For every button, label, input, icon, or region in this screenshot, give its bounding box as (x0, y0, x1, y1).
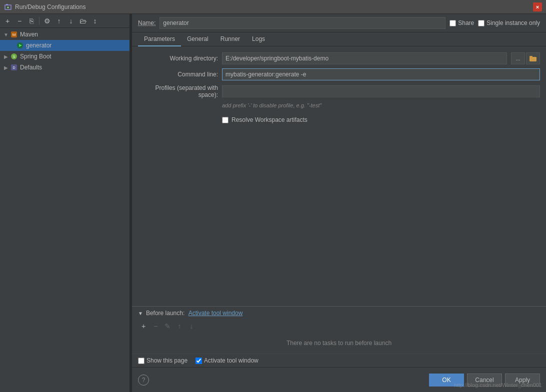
expand-spring-icon: ▶ (2, 52, 10, 60)
sort-button[interactable]: ↕ (90, 15, 100, 26)
svg-text:D: D (12, 66, 15, 69)
tab-runner[interactable]: Runner (214, 32, 246, 46)
dir-ellipsis-button[interactable]: ... (511, 52, 525, 64)
remove-config-button[interactable]: − (14, 15, 25, 26)
generator-run-icon (16, 41, 24, 49)
resolve-row: Resolve Workspace artifacts (222, 116, 540, 123)
share-group: Share (450, 19, 474, 26)
help-button[interactable]: ? (138, 375, 149, 386)
close-button[interactable]: × (533, 2, 542, 11)
before-launch-title: Before launch: Activate tool window (146, 310, 242, 317)
defaults-label: Defaults (20, 64, 42, 71)
folder-button[interactable]: 🗁 (78, 15, 88, 26)
command-line-row: Command line: (138, 68, 540, 80)
defaults-icon: D (10, 63, 18, 71)
spring-boot-label: Spring Boot (20, 53, 52, 60)
profiles-label: Profiles (separated with space): (138, 84, 218, 98)
before-launch-content: There are no tasks to run before launch (132, 333, 546, 354)
show-page-label[interactable]: Show this page (146, 357, 188, 364)
bottom-bar: ? OK Cancel Apply (132, 367, 546, 392)
no-tasks-text: There are no tasks to run before launch (138, 335, 540, 352)
copy-config-button[interactable]: ⎘ (26, 15, 37, 26)
bl-up-button[interactable]: ↑ (174, 321, 185, 332)
show-page-checkbox[interactable] (138, 358, 144, 364)
resolve-label[interactable]: Resolve Workspace artifacts (232, 116, 308, 123)
tab-logs[interactable]: Logs (246, 32, 271, 46)
settings-button[interactable]: ⚙ (42, 15, 52, 26)
svg-text:M: M (12, 32, 16, 37)
profiles-input[interactable] (222, 85, 540, 97)
svg-rect-13 (530, 56, 532, 57)
name-label: Name: (138, 19, 156, 26)
generator-label: generator (26, 42, 52, 49)
tree-item-spring-boot[interactable]: ▶ S Spring Boot (0, 51, 130, 62)
before-launch-header[interactable]: ▼ Before launch: Activate tool window (132, 307, 546, 320)
working-directory-row: Working directory: ... (138, 52, 540, 64)
title-bar: Run/Debug Configurations × (0, 0, 546, 14)
help-section: ? (138, 375, 149, 386)
command-line-label: Command line: (138, 71, 218, 78)
show-page-group: Show this page (138, 357, 188, 364)
tree-item-defaults[interactable]: ▶ D Defaults (0, 62, 130, 73)
tree-item-maven[interactable]: ▼ M Maven (0, 29, 130, 40)
maven-icon: M (10, 30, 18, 38)
activate-tool-window-checkbox[interactable] (196, 358, 202, 364)
svg-rect-12 (530, 57, 536, 61)
resolve-checkbox[interactable] (222, 117, 228, 123)
activate-tool-window-link[interactable]: Activate tool window (188, 310, 243, 317)
activate-tool-window-label[interactable]: Activate tool window (204, 357, 258, 364)
left-toolbar: + − ⎘ ⚙ ↑ ↓ 🗁 ↕ (0, 14, 130, 28)
parameters-content: Working directory: ... Command line: (132, 46, 546, 306)
name-row: Name: Share Single instance only (132, 14, 546, 32)
maven-label: Maven (20, 31, 38, 38)
profiles-hint: add prefix '-' to disable profile, e.g. … (222, 102, 540, 108)
tree-item-generator[interactable]: generator (0, 40, 130, 51)
bl-remove-button[interactable]: − (150, 321, 161, 332)
single-instance-group: Single instance only (478, 19, 540, 26)
share-checkbox[interactable] (450, 20, 456, 26)
add-config-button[interactable]: + (2, 15, 13, 26)
working-directory-label: Working directory: (138, 55, 218, 62)
dir-buttons: ... (511, 52, 540, 64)
expand-defaults-icon: ▶ (2, 63, 10, 71)
tab-parameters[interactable]: Parameters (138, 32, 181, 46)
left-panel: + − ⎘ ⚙ ↑ ↓ 🗁 ↕ ▼ M Maven (0, 14, 130, 392)
expand-maven-icon: ▼ (2, 30, 10, 38)
name-input[interactable] (160, 17, 446, 29)
toolbar-separator-1 (39, 17, 40, 25)
before-launch-section: ▼ Before launch: Activate tool window + … (132, 306, 546, 367)
bl-down-button[interactable]: ↓ (186, 321, 197, 332)
profiles-row: Profiles (separated with space): (138, 84, 540, 98)
dir-folder-button[interactable] (526, 52, 540, 64)
svg-rect-1 (6, 4, 8, 5)
window-title: Run/Debug Configurations (15, 3, 533, 10)
right-panel: Name: Share Single instance only Paramet… (132, 14, 546, 392)
activate-tool-window-group: Activate tool window (196, 357, 258, 364)
collapse-icon: ▼ (138, 311, 143, 316)
tabs-bar: Parameters General Runner Logs (132, 32, 546, 46)
bottom-checkboxes: Show this page Activate tool window (132, 354, 546, 367)
working-directory-input[interactable] (222, 52, 507, 64)
tab-general[interactable]: General (181, 32, 214, 46)
before-launch-toolbar: + − ✎ ↑ ↓ (132, 320, 546, 333)
svg-text:S: S (13, 55, 16, 58)
watermark: http://blog.csdn.net/Winter_chen001 (454, 382, 542, 388)
bl-add-button[interactable]: + (138, 321, 149, 332)
command-line-input[interactable] (222, 68, 540, 80)
move-up-button[interactable]: ↑ (54, 15, 64, 26)
main-container: + − ⎘ ⚙ ↑ ↓ 🗁 ↕ ▼ M Maven (0, 14, 546, 392)
move-down-button[interactable]: ↓ (66, 15, 76, 26)
share-label[interactable]: Share (458, 19, 474, 26)
name-options: Share Single instance only (450, 19, 540, 26)
single-instance-checkbox[interactable] (478, 20, 484, 26)
single-instance-label[interactable]: Single instance only (486, 19, 540, 26)
bl-edit-button[interactable]: ✎ (162, 321, 173, 332)
window-icon (4, 3, 12, 11)
spring-icon: S (10, 52, 18, 60)
tree-view: ▼ M Maven generator (0, 28, 130, 392)
